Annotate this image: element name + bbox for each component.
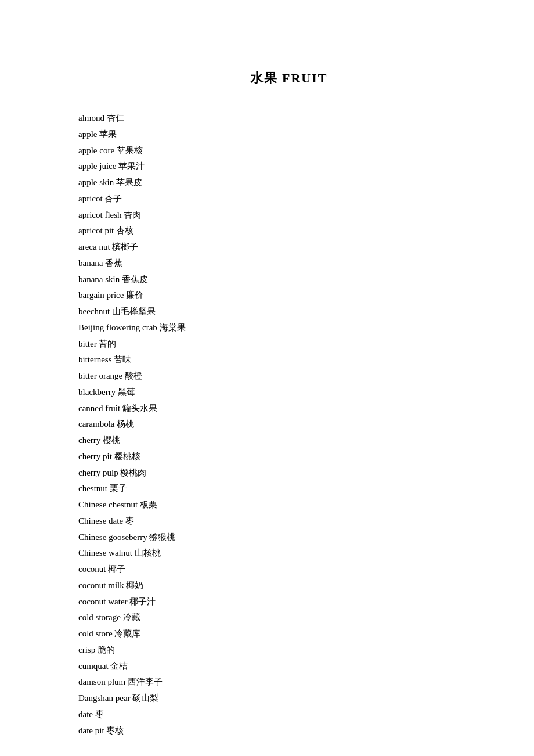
list-item: coconut water 椰子汁 [78, 594, 499, 610]
list-item: apricot 杏子 [78, 191, 499, 207]
list-item: coconut 椰子 [78, 561, 499, 578]
list-item: cold storage 冷藏 [78, 610, 499, 626]
list-item: carambola 杨桃 [78, 416, 499, 433]
vocab-list: almond 杏仁apple 苹果apple core 苹果核apple jui… [78, 110, 499, 739]
list-item: apple core 苹果核 [78, 143, 499, 159]
page-title: 水果 FRUIT [78, 70, 499, 87]
list-item: apricot pit 杏核 [78, 223, 499, 239]
list-item: banana skin 香蕉皮 [78, 272, 499, 288]
list-item: Chinese gooseberry 猕猴桃 [78, 530, 499, 546]
list-item: Dangshan pear 砀山梨 [78, 690, 499, 707]
list-item: canned fruit 罐头水果 [78, 401, 499, 417]
list-item: bitterness 苦味 [78, 352, 499, 368]
list-item: coconut milk 椰奶 [78, 578, 499, 594]
list-item: bargain price 廉价 [78, 287, 499, 304]
list-item: cherry 樱桃 [78, 433, 499, 449]
list-item: Chinese date 枣 [78, 513, 499, 530]
list-item: apple juice 苹果汁 [78, 159, 499, 175]
list-item: cherry pit 樱桃核 [78, 449, 499, 465]
list-item: blackberry 黑莓 [78, 384, 499, 401]
list-item: bitter orange 酸橙 [78, 368, 499, 384]
list-item: Chinese chestnut 板栗 [78, 497, 499, 513]
list-item: Beijing flowering crab 海棠果 [78, 320, 499, 336]
list-item: cumquat 金桔 [78, 658, 499, 675]
list-item: date 枣 [78, 707, 499, 723]
list-item: Chinese walnut 山核桃 [78, 545, 499, 561]
list-item: chestnut 栗子 [78, 481, 499, 497]
list-item: apricot flesh 杏肉 [78, 207, 499, 224]
list-item: almond 杏仁 [78, 110, 499, 127]
list-item: banana 香蕉 [78, 255, 499, 272]
list-item: date pit 枣核 [78, 723, 499, 739]
list-item: bitter 苦的 [78, 336, 499, 352]
list-item: damson plum 西洋李子 [78, 674, 499, 690]
list-item: apple 苹果 [78, 127, 499, 143]
list-item: cherry pulp 樱桃肉 [78, 465, 499, 481]
list-item: areca nut 槟榔子 [78, 239, 499, 255]
list-item: crisp 脆的 [78, 642, 499, 658]
list-item: apple skin 苹果皮 [78, 175, 499, 191]
list-item: beechnut 山毛榉坚果 [78, 304, 499, 320]
list-item: cold store 冷藏库 [78, 626, 499, 642]
